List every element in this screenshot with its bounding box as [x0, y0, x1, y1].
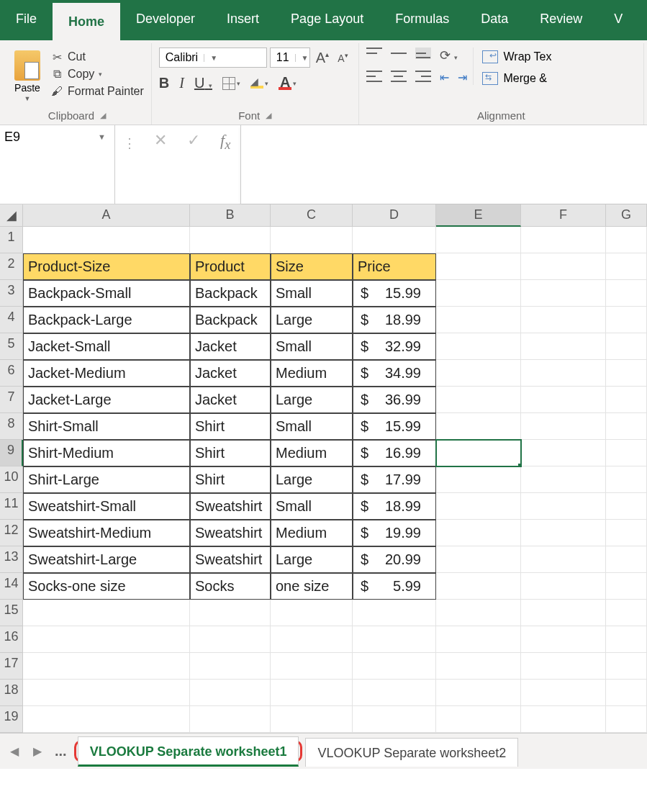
ribbon-tab-data[interactable]: Data	[465, 0, 524, 40]
ribbon-tab-page-layout[interactable]: Page Layout	[275, 0, 379, 40]
cell-A18[interactable]	[23, 680, 190, 706]
increase-indent-button[interactable]: ⇥	[458, 71, 467, 84]
cell-B10[interactable]: Shirt	[190, 466, 271, 493]
cell-B4[interactable]: Backpack	[190, 307, 271, 333]
cell-G11[interactable]	[606, 493, 647, 520]
cell-B16[interactable]	[190, 626, 271, 653]
cell-F6[interactable]	[521, 360, 606, 387]
cell-B5[interactable]: Jacket	[190, 333, 271, 360]
italic-button[interactable]: I	[179, 75, 184, 91]
paste-button[interactable]: Paste ▼	[10, 48, 45, 105]
fx-icon[interactable]: fx	[220, 131, 230, 153]
cell-F17[interactable]	[521, 653, 606, 680]
chevron-down-icon[interactable]: ▾	[237, 80, 240, 87]
borders-button[interactable]: ▾	[222, 77, 240, 90]
align-right-icon[interactable]	[415, 71, 431, 82]
sheet-overflow-button[interactable]: ...	[50, 743, 71, 759]
row-header-2[interactable]: 2	[0, 253, 23, 280]
cell-C12[interactable]: Medium	[271, 520, 353, 546]
chevron-down-icon[interactable]: ▾	[265, 80, 268, 87]
cell-D9[interactable]: $16.99	[353, 440, 436, 466]
cell-E1[interactable]	[436, 227, 521, 253]
cell-F10[interactable]	[521, 466, 606, 493]
cell-A11[interactable]: Sweatshirt-Small	[23, 493, 190, 520]
dialog-launcher-icon[interactable]: ◢	[100, 111, 106, 120]
cell-B3[interactable]: Backpack	[190, 280, 271, 307]
decrease-indent-button[interactable]: ⇤	[440, 71, 449, 84]
cell-A17[interactable]	[23, 653, 190, 680]
cell-F3[interactable]	[521, 280, 606, 307]
cell-D5[interactable]: $32.99	[353, 333, 436, 360]
cell-B2[interactable]: Product	[190, 253, 271, 280]
cell-E2[interactable]	[436, 253, 521, 280]
cell-E19[interactable]	[436, 706, 521, 733]
col-header-B[interactable]: B	[190, 204, 271, 227]
cell-C19[interactable]	[271, 706, 353, 733]
cell-F2[interactable]	[521, 253, 606, 280]
chevron-down-icon[interactable]: ▾	[99, 71, 102, 78]
cell-D11[interactable]: $18.99	[353, 493, 436, 520]
ribbon-tab-v[interactable]: V	[598, 0, 638, 40]
cell-D3[interactable]: $15.99	[353, 280, 436, 307]
cell-C16[interactable]	[271, 626, 353, 653]
cell-B8[interactable]: Shirt	[190, 413, 271, 440]
row-header-10[interactable]: 10	[0, 466, 23, 493]
col-header-A[interactable]: A	[23, 204, 190, 227]
col-header-D[interactable]: D	[353, 204, 436, 227]
format-painter-button[interactable]: 🖌 Format Painter	[50, 85, 144, 98]
chevron-down-icon[interactable]: ▼	[24, 95, 31, 102]
formula-input[interactable]	[240, 125, 647, 204]
cell-B14[interactable]: Socks	[190, 573, 271, 600]
cell-E13[interactable]	[436, 546, 521, 573]
cell-E17[interactable]	[436, 653, 521, 680]
chevron-down-icon[interactable]: ▼	[295, 54, 308, 62]
cell-D16[interactable]	[353, 626, 436, 653]
row-header-12[interactable]: 12	[0, 520, 23, 546]
cancel-formula-icon[interactable]: ✕	[154, 131, 167, 150]
cell-G6[interactable]	[606, 360, 647, 387]
cell-G16[interactable]	[606, 626, 647, 653]
cell-A5[interactable]: Jacket-Small	[23, 333, 190, 360]
cell-C13[interactable]: Large	[271, 546, 353, 573]
cut-button[interactable]: ✂ Cut	[50, 50, 144, 63]
cell-E14[interactable]	[436, 573, 521, 600]
cell-F4[interactable]	[521, 307, 606, 333]
col-header-F[interactable]: F	[521, 204, 606, 227]
cell-F11[interactable]	[521, 493, 606, 520]
row-header-4[interactable]: 4	[0, 307, 23, 333]
sheet-tab[interactable]: VLOOKUP Separate worksheet2	[305, 738, 518, 767]
row-header-18[interactable]: 18	[0, 680, 23, 706]
chevron-down-icon[interactable]: ▼	[95, 130, 109, 141]
bold-button[interactable]: B	[159, 75, 169, 91]
cell-G15[interactable]	[606, 600, 647, 626]
cell-B15[interactable]	[190, 600, 271, 626]
cell-F5[interactable]	[521, 333, 606, 360]
cell-E8[interactable]	[436, 413, 521, 440]
cell-E15[interactable]	[436, 600, 521, 626]
cell-B1[interactable]	[190, 227, 271, 253]
cell-A8[interactable]: Shirt-Small	[23, 413, 190, 440]
cell-E4[interactable]	[436, 307, 521, 333]
cell-F14[interactable]	[521, 573, 606, 600]
ribbon-tab-review[interactable]: Review	[524, 0, 598, 40]
cell-G9[interactable]	[606, 440, 647, 466]
col-header-C[interactable]: C	[271, 204, 353, 227]
row-header-19[interactable]: 19	[0, 706, 23, 733]
cell-E11[interactable]	[436, 493, 521, 520]
row-header-9[interactable]: 9	[0, 440, 23, 466]
cell-A14[interactable]: Socks-one size	[23, 573, 190, 600]
col-header-G[interactable]: G	[606, 204, 647, 227]
row-header-15[interactable]: 15	[0, 600, 23, 626]
cell-D12[interactable]: $19.99	[353, 520, 436, 546]
chevron-down-icon[interactable]: ▾	[454, 54, 458, 61]
cell-C14[interactable]: one size	[271, 573, 353, 600]
cell-D2[interactable]: Price	[353, 253, 436, 280]
cell-A19[interactable]	[23, 706, 190, 733]
cell-A4[interactable]: Backpack-Large	[23, 307, 190, 333]
cell-G7[interactable]	[606, 387, 647, 413]
cell-G10[interactable]	[606, 466, 647, 493]
row-header-17[interactable]: 17	[0, 653, 23, 680]
cell-D10[interactable]: $17.99	[353, 466, 436, 493]
cell-B17[interactable]	[190, 653, 271, 680]
align-bottom-icon[interactable]	[415, 48, 431, 59]
